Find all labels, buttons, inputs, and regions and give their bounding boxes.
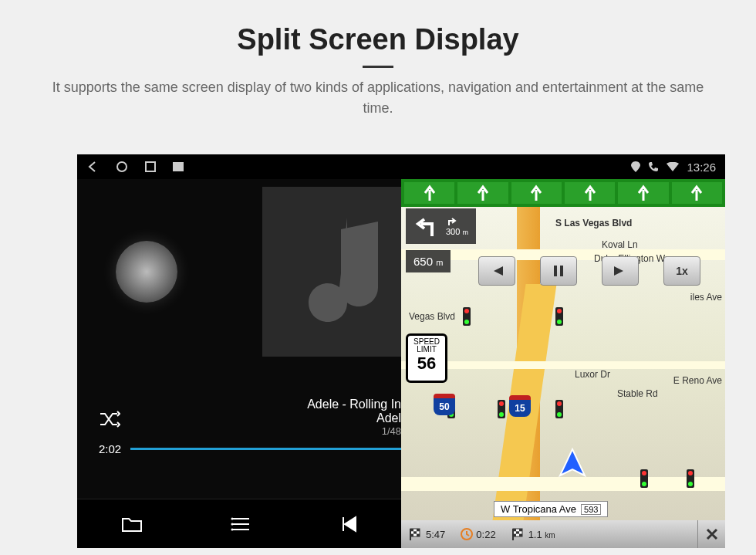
distance-box: 650 m (406, 250, 451, 272)
music-player-pane: Adele - Rolling In Adel 1/48 2:02 (77, 179, 401, 548)
svg-rect-9 (554, 266, 557, 276)
highway-shield: 15 (509, 395, 531, 417)
highway-shield: 50 (434, 394, 455, 415)
close-button[interactable] (697, 520, 725, 548)
lane-arrow-icon (672, 182, 722, 204)
lane-arrow-icon (511, 182, 562, 204)
svg-point-0 (117, 162, 127, 171)
title-divider (363, 66, 393, 68)
turn-instruction: 300 m (406, 208, 476, 244)
svg-rect-16 (417, 534, 420, 536)
street-label: iles Ave (690, 292, 722, 303)
back-icon[interactable] (86, 161, 99, 173)
svg-rect-10 (560, 266, 563, 276)
traffic-light-icon (555, 400, 563, 418)
sim-pause-button[interactable] (540, 256, 577, 286)
turn-left-icon (413, 213, 440, 239)
svg-point-8 (231, 528, 234, 530)
close-icon (705, 527, 719, 541)
nav-bottom-bar: 5:47 0:22 1.1 km (401, 520, 725, 548)
street-label: Luxor Dr (575, 369, 610, 380)
street-label: Koval Ln (602, 239, 638, 250)
flag-icon (511, 527, 525, 541)
turn-right-small-icon (446, 216, 457, 227)
navigation-pane: S Las Vegas Blvd Koval Ln Duke Ellington… (401, 179, 725, 548)
lane-arrow-icon (457, 182, 508, 204)
current-street-banner: W Tropicana Ave 593 (494, 501, 608, 517)
svg-rect-13 (417, 529, 420, 531)
svg-rect-24 (519, 534, 522, 536)
traffic-light-icon (498, 400, 505, 418)
svg-rect-22 (516, 531, 519, 533)
track-info: Adele - Rolling In Adel 1/48 (307, 398, 401, 437)
sim-speed-button[interactable]: 1x (663, 256, 700, 286)
vehicle-cursor-icon (555, 446, 589, 483)
playlist-button[interactable] (231, 516, 251, 532)
visualizer-orb (116, 241, 177, 303)
road (401, 361, 725, 369)
sim-next-button[interactable] (602, 256, 639, 286)
status-bar: 13:26 (77, 154, 725, 179)
traffic-light-icon (555, 307, 563, 326)
lane-arrow-icon (404, 182, 454, 204)
svg-rect-14 (413, 531, 417, 533)
street-label: E Reno Ave (673, 375, 722, 386)
eta-display[interactable]: 5:47 (401, 527, 453, 541)
shuffle-icon[interactable] (99, 411, 120, 431)
speed-limit-sign: SPEED LIMIT 56 (406, 333, 447, 383)
street-label: Stable Rd (617, 388, 658, 399)
home-icon[interactable] (116, 161, 128, 173)
traffic-light-icon (463, 307, 471, 326)
track-title: Adele - Rolling In (307, 398, 401, 411)
street-label: Vegas Blvd (409, 311, 455, 322)
location-icon (631, 161, 640, 172)
svg-rect-2 (173, 162, 184, 171)
album-art-placeholder (262, 187, 401, 357)
lane-arrow-icon (565, 182, 615, 204)
lane-arrow-icon (618, 182, 668, 204)
picture-icon[interactable] (173, 162, 184, 171)
wifi-icon (667, 162, 679, 171)
page-subtitle: It supports the same screen display of t… (39, 77, 717, 119)
track-artist: Adel (307, 411, 401, 425)
svg-rect-21 (519, 529, 522, 531)
folder-button[interactable] (121, 516, 143, 533)
svg-point-6 (231, 517, 234, 519)
time-remaining-display[interactable]: 0:22 (453, 528, 503, 540)
music-controls (77, 499, 401, 548)
track-index: 1/48 (307, 425, 401, 437)
phone-icon (648, 161, 659, 172)
clock-icon (461, 528, 473, 540)
page-title: Split Screen Display (31, 23, 725, 56)
device-frame: 13:26 Adele - Rolling In (77, 154, 725, 548)
traffic-light-icon (687, 469, 694, 488)
seek-bar[interactable] (130, 448, 401, 450)
lane-guidance (401, 179, 725, 207)
previous-track-button[interactable] (339, 516, 357, 533)
svg-point-7 (231, 523, 234, 525)
distance-remaining-display[interactable]: 1.1 km (504, 527, 563, 541)
svg-rect-1 (146, 162, 155, 171)
status-time: 13:26 (687, 161, 716, 174)
traffic-light-icon (640, 469, 648, 488)
sim-previous-button[interactable] (478, 256, 515, 286)
street-label: S Las Vegas Blvd (555, 218, 632, 228)
elapsed-time: 2:02 (99, 442, 121, 455)
recent-apps-icon[interactable] (145, 161, 156, 172)
flag-icon (409, 527, 423, 541)
